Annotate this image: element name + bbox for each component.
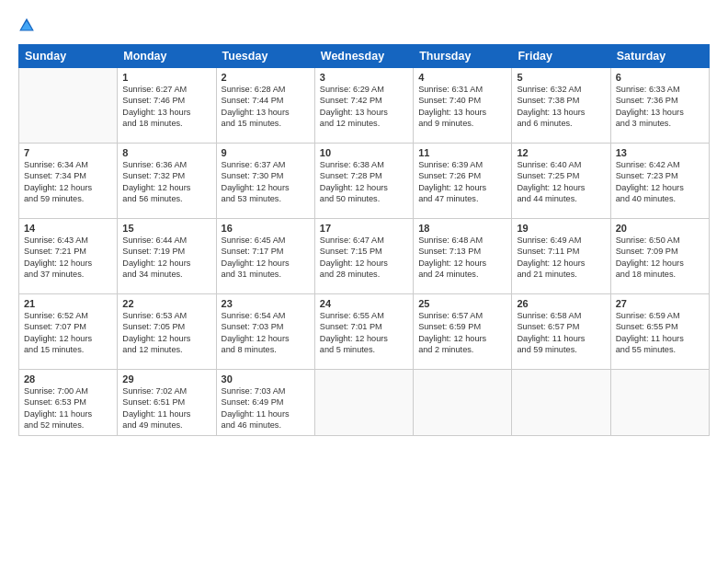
calendar-cell: 17Sunrise: 6:47 AMSunset: 7:15 PMDayligh…	[314, 219, 413, 294]
cell-line: and 44 minutes.	[517, 193, 605, 204]
cell-line: and 15 minutes.	[222, 118, 310, 129]
cell-line: Sunrise: 6:47 AM	[320, 235, 408, 246]
cell-line: Sunset: 7:28 PM	[320, 170, 408, 181]
cell-line: and 52 minutes.	[24, 419, 112, 431]
cell-line: Sunrise: 6:37 AM	[222, 159, 310, 170]
cell-line: Sunset: 7:07 PM	[24, 321, 112, 332]
cell-line: and 37 minutes.	[24, 269, 112, 280]
logo-icon	[18, 17, 35, 33]
calendar-cell: 25Sunrise: 6:57 AMSunset: 6:59 PMDayligh…	[414, 294, 512, 370]
cell-line: and 6 minutes.	[517, 118, 605, 129]
cell-line: Daylight: 12 hours	[24, 333, 112, 344]
cell-line: Sunset: 6:51 PM	[122, 396, 210, 408]
calendar-cell: 19Sunrise: 6:49 AMSunset: 7:11 PMDayligh…	[512, 219, 610, 294]
cell-line: Sunset: 7:32 PM	[122, 170, 210, 181]
cell-line: Sunrise: 6:27 AM	[122, 84, 210, 95]
calendar-cell: 28Sunrise: 7:00 AMSunset: 6:53 PMDayligh…	[19, 370, 118, 436]
day-number: 15	[122, 223, 210, 234]
day-number: 28	[24, 373, 112, 385]
cell-line: Sunset: 7:19 PM	[122, 246, 210, 257]
cell-line: and 55 minutes.	[616, 344, 704, 355]
day-number: 14	[24, 223, 112, 234]
cell-line: Sunset: 6:49 PM	[222, 396, 310, 408]
day-number: 17	[320, 223, 408, 234]
cell-line: Sunrise: 6:53 AM	[122, 310, 210, 321]
day-number: 29	[122, 373, 210, 385]
cell-line: Sunrise: 6:50 AM	[616, 235, 704, 246]
day-number: 4	[418, 72, 506, 83]
cell-line: Sunrise: 6:33 AM	[616, 84, 704, 95]
day-number: 11	[418, 147, 506, 158]
cell-line: and 8 minutes.	[222, 344, 310, 355]
cell-line: Sunset: 7:30 PM	[222, 170, 310, 181]
cell-line: Daylight: 12 hours	[320, 182, 408, 193]
cell-line: Sunset: 7:11 PM	[517, 246, 605, 257]
cell-line: Sunset: 6:57 PM	[517, 321, 605, 332]
cell-line: Daylight: 11 hours	[517, 333, 605, 344]
day-number: 13	[616, 147, 704, 158]
day-number: 7	[24, 147, 112, 158]
calendar-cell: 18Sunrise: 6:48 AMSunset: 7:13 PMDayligh…	[414, 219, 512, 294]
cell-line: Sunrise: 6:43 AM	[24, 235, 112, 246]
calendar-cell: 24Sunrise: 6:55 AMSunset: 7:01 PMDayligh…	[314, 294, 413, 370]
calendar-cell: 11Sunrise: 6:39 AMSunset: 7:26 PMDayligh…	[414, 144, 512, 219]
cell-line: and 9 minutes.	[418, 118, 506, 129]
cell-line: Sunrise: 6:55 AM	[320, 310, 408, 321]
cell-line: Sunrise: 6:39 AM	[418, 159, 506, 170]
cell-line: and 12 minutes.	[320, 118, 408, 129]
cell-line: Sunset: 7:15 PM	[320, 246, 408, 257]
calendar-cell: 8Sunrise: 6:36 AMSunset: 7:32 PMDaylight…	[118, 144, 216, 219]
cell-line: Daylight: 12 hours	[320, 258, 408, 269]
day-header-thursday: Thursday	[414, 45, 512, 68]
cell-line: Daylight: 12 hours	[418, 258, 506, 269]
day-header-sunday: Sunday	[19, 45, 118, 68]
calendar-cell	[610, 370, 709, 436]
cell-line: Sunrise: 6:31 AM	[418, 84, 506, 95]
cell-line: Daylight: 11 hours	[122, 408, 210, 419]
cell-line: Sunset: 7:38 PM	[517, 95, 605, 106]
day-number: 23	[222, 298, 310, 309]
calendar-cell: 22Sunrise: 6:53 AMSunset: 7:05 PMDayligh…	[118, 294, 216, 370]
cell-line: Sunrise: 6:40 AM	[517, 159, 605, 170]
cell-line: Sunset: 7:17 PM	[222, 246, 310, 257]
calendar-cell: 13Sunrise: 6:42 AMSunset: 7:23 PMDayligh…	[610, 144, 709, 219]
header-row: SundayMondayTuesdayWednesdayThursdayFrid…	[19, 45, 710, 68]
cell-line: Sunset: 7:44 PM	[222, 95, 310, 106]
cell-line: and 40 minutes.	[616, 193, 704, 204]
cell-line: Sunrise: 6:42 AM	[616, 159, 704, 170]
header	[18, 17, 710, 35]
day-number: 8	[122, 147, 210, 158]
calendar-cell: 3Sunrise: 6:29 AMSunset: 7:42 PMDaylight…	[314, 68, 413, 144]
cell-line: Sunset: 7:23 PM	[616, 170, 704, 181]
day-header-friday: Friday	[512, 45, 610, 68]
cell-line: Sunset: 7:42 PM	[320, 95, 408, 106]
cell-line: and 24 minutes.	[418, 269, 506, 280]
calendar-cell: 9Sunrise: 6:37 AMSunset: 7:30 PMDaylight…	[216, 144, 314, 219]
cell-line: Daylight: 12 hours	[24, 258, 112, 269]
cell-line: and 18 minutes.	[616, 269, 704, 280]
calendar-cell: 6Sunrise: 6:33 AMSunset: 7:36 PMDaylight…	[610, 68, 709, 144]
calendar-cell: 10Sunrise: 6:38 AMSunset: 7:28 PMDayligh…	[314, 144, 413, 219]
cell-line: Daylight: 12 hours	[320, 333, 408, 344]
cell-line: Sunset: 7:25 PM	[517, 170, 605, 181]
cell-line: and 49 minutes.	[122, 419, 210, 431]
cell-line: Sunset: 7:40 PM	[418, 95, 506, 106]
cell-line: and 34 minutes.	[122, 269, 210, 280]
cell-line: Daylight: 12 hours	[222, 182, 310, 193]
cell-line: Sunrise: 6:45 AM	[222, 235, 310, 246]
cell-line: Sunset: 6:55 PM	[616, 321, 704, 332]
cell-line: Sunrise: 6:58 AM	[517, 310, 605, 321]
calendar-cell: 14Sunrise: 6:43 AMSunset: 7:21 PMDayligh…	[19, 219, 118, 294]
cell-line: Sunrise: 6:54 AM	[222, 310, 310, 321]
cell-line: Sunset: 7:13 PM	[418, 246, 506, 257]
cell-line: Sunrise: 7:00 AM	[24, 385, 112, 396]
day-number: 19	[517, 223, 605, 234]
calendar-cell: 5Sunrise: 6:32 AMSunset: 7:38 PMDaylight…	[512, 68, 610, 144]
cell-line: Daylight: 12 hours	[517, 258, 605, 269]
cell-line: Sunset: 7:34 PM	[24, 170, 112, 181]
cell-line: Sunset: 7:05 PM	[122, 321, 210, 332]
day-header-monday: Monday	[118, 45, 216, 68]
day-header-wednesday: Wednesday	[314, 45, 413, 68]
cell-line: Sunrise: 6:32 AM	[517, 84, 605, 95]
cell-line: and 59 minutes.	[517, 344, 605, 355]
